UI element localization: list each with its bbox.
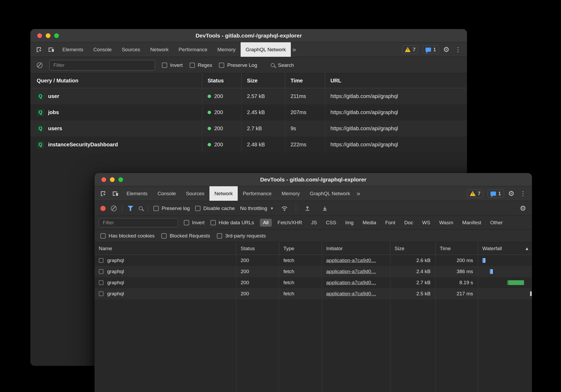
search-control[interactable]: Search bbox=[271, 62, 294, 68]
column-header-time[interactable]: Time bbox=[435, 242, 478, 255]
request-row[interactable]: graphql 200 fetch application-a7ca9d0… 2… bbox=[95, 255, 532, 266]
column-header-waterfall[interactable]: Waterfall ▲ bbox=[478, 242, 532, 255]
more-tabs-icon[interactable]: » bbox=[291, 42, 297, 57]
tab-sources[interactable]: Sources bbox=[117, 42, 145, 57]
tab-sources[interactable]: Sources bbox=[181, 186, 209, 201]
clear-icon[interactable] bbox=[111, 206, 117, 211]
device-toolbar-icon[interactable] bbox=[109, 186, 121, 201]
close-window-button[interactable] bbox=[101, 177, 106, 182]
type-filter-other[interactable]: Other bbox=[487, 219, 506, 227]
type-filter-doc[interactable]: Doc bbox=[401, 219, 416, 227]
type-cell: fetch bbox=[279, 255, 322, 266]
filter-icon[interactable] bbox=[128, 206, 133, 211]
type-filter-fetch-xhr[interactable]: Fetch/XHR bbox=[274, 219, 305, 227]
tab-performance[interactable]: Performance bbox=[238, 186, 277, 201]
column-header-type[interactable]: Type bbox=[279, 242, 322, 255]
zoom-window-button[interactable] bbox=[118, 177, 123, 182]
column-header-size[interactable]: Size bbox=[390, 242, 435, 255]
request-row[interactable]: graphql 200 fetch application-a7ca9d0… 2… bbox=[95, 277, 532, 288]
import-har-icon[interactable] bbox=[301, 206, 314, 211]
tab-elements[interactable]: Elements bbox=[57, 42, 88, 57]
column-header-initiator[interactable]: Initiator bbox=[322, 242, 390, 255]
preserve-log-checkbox[interactable]: Preserve log bbox=[153, 206, 190, 211]
titlebar[interactable]: DevTools - gitlab.com/-/graphql-explorer bbox=[30, 29, 467, 42]
type-filter-img[interactable]: Img bbox=[342, 219, 357, 227]
table-header-row: Query / Mutation Status Size Time URL bbox=[30, 73, 467, 88]
tab-network[interactable]: Network bbox=[145, 42, 174, 57]
filter-input[interactable] bbox=[99, 218, 178, 227]
more-tabs-icon[interactable]: » bbox=[355, 186, 362, 201]
tab-elements[interactable]: Elements bbox=[121, 186, 152, 201]
settings-gear-icon[interactable]: ⚙ bbox=[508, 189, 515, 198]
tab-memory[interactable]: Memory bbox=[277, 186, 305, 201]
type-filter-all[interactable]: All bbox=[260, 219, 272, 227]
tab-graphql-network[interactable]: GraphQL Network bbox=[305, 186, 355, 201]
titlebar[interactable]: DevTools - gitlab.com/-/graphql-explorer bbox=[95, 173, 532, 186]
issues-badge[interactable]: 1 bbox=[423, 45, 439, 54]
type-filter-media[interactable]: Media bbox=[359, 219, 380, 227]
third-party-requests-checkbox[interactable]: 3rd-party requests bbox=[217, 233, 266, 239]
row-checkbox[interactable] bbox=[99, 258, 104, 263]
export-har-icon[interactable] bbox=[319, 206, 331, 211]
tab-memory[interactable]: Memory bbox=[212, 42, 241, 57]
close-window-button[interactable] bbox=[37, 33, 42, 38]
regex-checkbox[interactable]: Regex bbox=[190, 62, 212, 68]
tab-console[interactable]: Console bbox=[88, 42, 117, 57]
filter-input[interactable] bbox=[49, 60, 155, 71]
preserve-log-checkbox[interactable]: Preserve Log bbox=[219, 62, 257, 68]
table-row[interactable]: Q jobs 200 2.45 kB 207ms https://gitlab.… bbox=[30, 104, 467, 120]
type-filter-wasm[interactable]: Wasm bbox=[436, 219, 456, 227]
has-blocked-cookies-checkbox[interactable]: Has blocked cookies bbox=[100, 233, 155, 239]
device-toolbar-icon[interactable] bbox=[45, 42, 57, 57]
inspect-icon[interactable] bbox=[97, 186, 109, 201]
row-checkbox[interactable] bbox=[99, 269, 104, 274]
issues-badge[interactable]: 1 bbox=[488, 189, 504, 198]
tab-performance[interactable]: Performance bbox=[174, 42, 212, 57]
initiator-link[interactable]: application-a7ca9d0… bbox=[326, 258, 376, 263]
tab-console[interactable]: Console bbox=[152, 186, 181, 201]
initiator-link[interactable]: application-a7ca9d0… bbox=[326, 280, 376, 286]
table-row[interactable]: Q instanceSecurityDashboard 200 2.48 kB … bbox=[30, 137, 467, 153]
clear-icon[interactable] bbox=[37, 62, 43, 68]
column-header-status[interactable]: Status bbox=[236, 242, 279, 255]
sort-asc-icon[interactable]: ▲ bbox=[526, 246, 528, 250]
throttling-dropdown[interactable]: No throttling ▾ bbox=[240, 206, 273, 211]
type-filter-ws[interactable]: WS bbox=[419, 219, 433, 227]
invert-checkbox[interactable]: Invert bbox=[162, 62, 183, 68]
hide-data-urls-checkbox[interactable]: Hide data URLs bbox=[211, 220, 254, 226]
table-row[interactable]: Q users 200 2.7 kB 9s https://gitlab.com… bbox=[30, 120, 467, 137]
request-row[interactable]: graphql 200 fetch application-a7ca9d0… 2… bbox=[95, 266, 532, 277]
invert-checkbox[interactable]: Invert bbox=[184, 220, 205, 226]
blocked-requests-checkbox[interactable]: Blocked Requests bbox=[161, 233, 210, 239]
kebab-menu-icon[interactable]: ⋮ bbox=[519, 190, 527, 197]
status-cell: 200 bbox=[202, 88, 241, 104]
type-filter-js[interactable]: JS bbox=[308, 219, 320, 227]
record-icon[interactable] bbox=[100, 206, 106, 211]
initiator-link[interactable]: application-a7ca9d0… bbox=[326, 269, 376, 274]
row-checkbox[interactable] bbox=[99, 291, 104, 296]
network-conditions-icon[interactable] bbox=[278, 206, 291, 211]
initiator-link[interactable]: application-a7ca9d0… bbox=[326, 291, 376, 297]
inspect-icon[interactable] bbox=[33, 42, 45, 57]
request-row[interactable]: graphql 200 fetch application-a7ca9d0… 2… bbox=[95, 288, 532, 299]
table-row[interactable]: Q user 200 2.57 kB 211ms https://gitlab.… bbox=[30, 88, 467, 104]
kebab-menu-icon[interactable]: ⋮ bbox=[454, 46, 462, 53]
minimize-window-button[interactable] bbox=[46, 33, 50, 38]
disable-cache-checkbox[interactable]: Disable cache bbox=[195, 206, 235, 211]
row-checkbox[interactable] bbox=[99, 280, 104, 285]
zoom-window-button[interactable] bbox=[54, 33, 59, 38]
type-filter-css[interactable]: CSS bbox=[323, 219, 339, 227]
devtools-window-network: DevTools - gitlab.com/-/graphql-explorer… bbox=[95, 173, 532, 392]
settings-gear-icon[interactable]: ⚙ bbox=[443, 45, 450, 54]
type-filter-manifest[interactable]: Manifest bbox=[459, 219, 484, 227]
tab-graphql-network[interactable]: GraphQL Network bbox=[241, 42, 291, 57]
type-filter-font[interactable]: Font bbox=[382, 219, 398, 227]
warnings-badge[interactable]: 7 bbox=[467, 189, 484, 198]
minimize-window-button[interactable] bbox=[110, 177, 115, 182]
tab-network[interactable]: Network bbox=[209, 186, 238, 201]
warnings-badge[interactable]: 7 bbox=[402, 45, 419, 54]
column-header-name[interactable]: Name bbox=[95, 242, 236, 255]
window-title: DevTools - gitlab.com/-/graphql-explorer bbox=[195, 32, 302, 39]
network-settings-gear-icon[interactable]: ⚙ bbox=[520, 204, 526, 212]
search-icon[interactable] bbox=[139, 206, 143, 210]
